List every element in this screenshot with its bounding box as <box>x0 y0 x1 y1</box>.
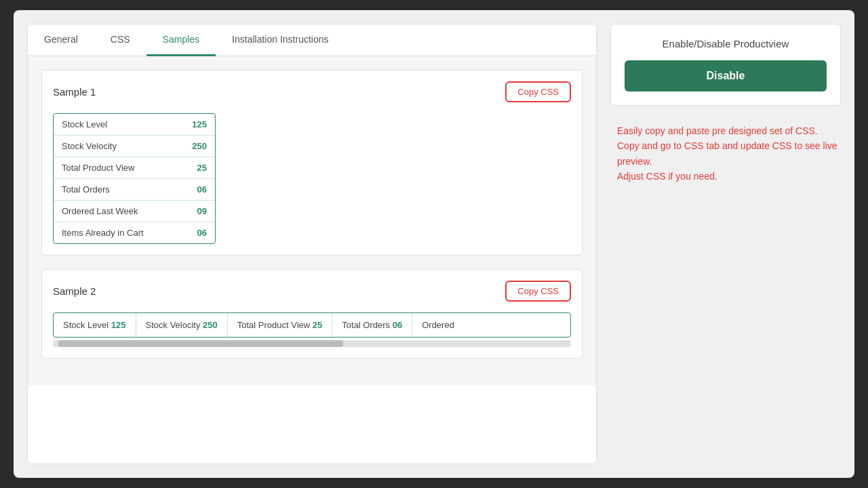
content-area: Sample 1 Copy CSS Stock Level 125 Stock … <box>28 56 596 386</box>
sample2-scroll-container: Stock Level 125 Stock Velocity 250 Total… <box>53 312 571 347</box>
sample2-cell: Total Product View 25 <box>228 313 333 337</box>
tab-installation[interactable]: Installation Instructions <box>216 24 344 56</box>
sample2-cell: Ordered <box>412 313 464 337</box>
table-row: Total Orders 06 <box>54 179 215 201</box>
sample1-card: Sample 1 Copy CSS Stock Level 125 Stock … <box>41 70 583 256</box>
callout-area: Easily copy and paste pre designed set o… <box>610 117 841 191</box>
tab-samples[interactable]: Samples <box>146 24 216 56</box>
table-row: Stock Level 125 <box>54 114 215 136</box>
table-row: Ordered Last Week 09 <box>54 201 215 222</box>
sample2-card: Sample 2 Copy CSS Stock Level 125 Stock … <box>41 269 583 359</box>
sample1-header: Sample 1 Copy CSS <box>53 81 571 102</box>
scrollbar[interactable] <box>53 340 571 347</box>
tab-css[interactable]: CSS <box>94 24 146 56</box>
sample2-copy-css-button[interactable]: Copy CSS <box>505 281 571 302</box>
sample2-title: Sample 2 <box>53 285 96 297</box>
sample2-cell: Total Orders 06 <box>332 313 412 337</box>
outer-container: General CSS Samples Installation Instruc… <box>14 10 854 478</box>
tabs-container: General CSS Samples Installation Instruc… <box>28 24 596 56</box>
sample2-cell: Stock Velocity 250 <box>136 313 228 337</box>
sample2-cell: Stock Level 125 <box>54 313 136 337</box>
table-row: Items Already in Cart 06 <box>54 222 215 243</box>
sample1-table: Stock Level 125 Stock Velocity 250 Total… <box>53 113 216 244</box>
sample2-table: Stock Level 125 Stock Velocity 250 Total… <box>53 312 571 338</box>
main-panel: General CSS Samples Installation Instruc… <box>27 24 597 464</box>
right-panel: Enable/Disable Productview Disable Easil… <box>610 24 841 464</box>
enable-disable-title: Enable/Disable Productview <box>625 38 827 49</box>
sample1-title: Sample 1 <box>53 86 96 98</box>
table-row: Stock Velocity 250 <box>54 136 215 157</box>
enable-disable-card: Enable/Disable Productview Disable <box>610 24 841 106</box>
disable-button[interactable]: Disable <box>625 60 827 92</box>
tab-general[interactable]: General <box>28 24 94 56</box>
table-row: Total Product View 25 <box>54 157 215 179</box>
scrollbar-thumb[interactable] <box>58 340 343 347</box>
sample1-copy-css-button[interactable]: Copy CSS <box>505 81 571 102</box>
callout-text: Easily copy and paste pre designed set o… <box>617 123 841 184</box>
sample2-header: Sample 2 Copy CSS <box>53 281 571 302</box>
